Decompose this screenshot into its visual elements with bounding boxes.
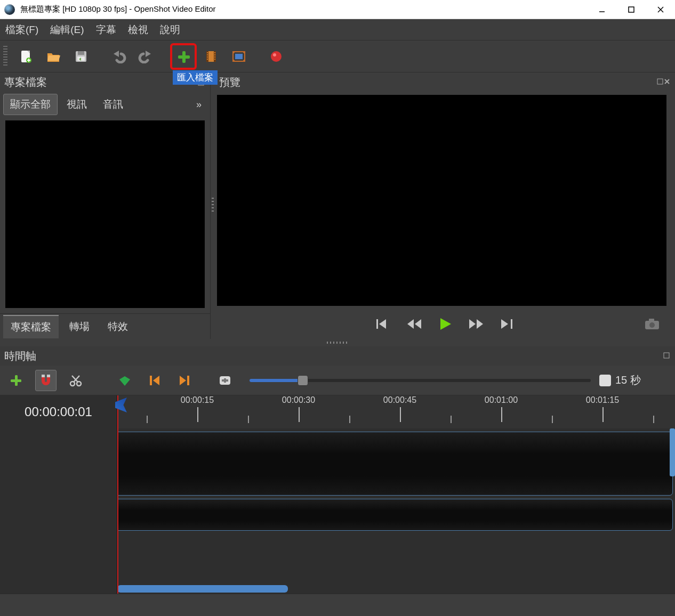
ruler-tick	[197, 407, 198, 422]
ruler-tick-label: 00:01:15	[586, 395, 619, 405]
tab-project-files[interactable]: 專案檔案	[3, 315, 59, 338]
new-file-icon	[18, 49, 33, 64]
tab-effects[interactable]: 特效	[100, 315, 135, 338]
next-marker-button[interactable]	[174, 370, 195, 391]
timeline-detach-icon[interactable]	[663, 352, 671, 360]
menu-view[interactable]: 檢視	[128, 23, 148, 37]
window-maximize-button[interactable]	[616, 0, 646, 19]
choose-profile-button[interactable]	[199, 45, 223, 68]
filter-all-button[interactable]: 顯示全部	[3, 94, 58, 115]
jump-end-button[interactable]	[500, 318, 515, 330]
svg-marker-41	[407, 319, 414, 329]
fullscreen-button[interactable]	[227, 45, 251, 68]
jump-start-button[interactable]	[375, 318, 390, 330]
add-track-button[interactable]	[5, 370, 27, 391]
menu-file[interactable]: 檔案(F)	[5, 23, 38, 37]
ruler-tick	[299, 407, 300, 422]
svg-rect-28	[214, 59, 215, 60]
ruler-tick-label: 00:00:30	[282, 395, 315, 405]
ruler-tick-label: 00:01:00	[485, 395, 518, 405]
play-button[interactable]	[438, 317, 452, 331]
ruler-tick	[602, 407, 604, 422]
ruler-tick-label: 00:00:45	[383, 395, 416, 405]
preview-canvas[interactable]	[217, 95, 666, 306]
ruler-minor-tick	[349, 416, 350, 423]
svg-rect-53	[11, 379, 21, 382]
svg-point-31	[271, 51, 282, 62]
marker-icon	[118, 374, 131, 387]
center-icon	[218, 374, 232, 387]
next-marker-icon	[179, 374, 190, 387]
menubar: 檔案(F) 編輯(E) 字幕 檢視 說明	[0, 19, 675, 40]
zoom-slider-thumb[interactable]	[298, 375, 308, 386]
timeline-title: 時間軸	[4, 349, 36, 363]
undo-button[interactable]	[107, 45, 130, 68]
ruler-tick	[501, 407, 502, 422]
horizontal-splitter[interactable]	[0, 339, 675, 346]
project-files-area[interactable]	[5, 120, 205, 308]
zoom-indicator-icon	[599, 375, 611, 386]
svg-marker-13	[114, 51, 119, 57]
snap-toggle-button[interactable]	[35, 370, 57, 391]
record-icon	[269, 50, 283, 63]
playhead[interactable]	[117, 395, 118, 594]
prev-marker-button[interactable]	[144, 370, 165, 391]
svg-rect-55	[47, 375, 50, 377]
svg-marker-62	[153, 376, 159, 385]
tab-transitions[interactable]: 轉場	[62, 315, 97, 338]
center-playhead-button[interactable]	[214, 370, 236, 391]
vertical-splitter[interactable]	[211, 72, 215, 339]
timeline-toolbar: 15 秒	[0, 366, 675, 395]
prev-marker-icon	[149, 374, 160, 387]
svg-rect-16	[178, 55, 190, 59]
filter-video-button[interactable]: 視訊	[60, 94, 94, 115]
status-bar	[0, 594, 675, 616]
import-files-button[interactable]: 匯入檔案	[172, 45, 195, 68]
project-filter-row: 顯示全部 視訊 音訊 »	[0, 92, 210, 117]
horizontal-scrollbar-thumb[interactable]	[117, 585, 288, 593]
menu-help[interactable]: 說明	[160, 23, 180, 37]
redo-icon	[138, 50, 154, 63]
preview-detach-icon[interactable]	[657, 78, 671, 86]
fast-forward-button[interactable]	[468, 318, 484, 330]
svg-point-32	[273, 53, 276, 56]
toolbar-grip[interactable]	[3, 46, 7, 67]
open-project-button[interactable]	[42, 45, 65, 68]
zoom-slider[interactable]	[250, 379, 591, 382]
vertical-scrollbar-thumb[interactable]	[670, 428, 675, 476]
ruler-tick	[400, 407, 401, 422]
timeline-body[interactable]: 00:00:00:01 00:00:1500:00:3000:00:4500:0…	[0, 395, 675, 594]
filter-audio-button[interactable]: 音訊	[96, 94, 130, 115]
menu-edit[interactable]: 編輯(E)	[50, 23, 84, 37]
timeline-ruler[interactable]: 00:00:1500:00:3000:00:4500:01:0000:01:15	[117, 395, 675, 428]
svg-rect-21	[207, 52, 208, 53]
add-marker-button[interactable]	[114, 370, 135, 391]
svg-rect-1	[629, 7, 634, 12]
razor-button[interactable]	[65, 370, 86, 391]
transport-controls	[215, 309, 675, 339]
project-files-title: 專案檔案	[4, 75, 47, 90]
snapshot-button[interactable]	[644, 318, 660, 330]
svg-point-50	[649, 322, 655, 328]
svg-rect-54	[42, 375, 45, 377]
filter-more-button[interactable]: »	[196, 99, 207, 110]
preview-title: 預覽	[219, 75, 240, 90]
window-close-button[interactable]	[646, 0, 675, 19]
svg-marker-45	[477, 319, 483, 329]
export-video-button[interactable]	[264, 45, 288, 68]
new-project-button[interactable]	[14, 45, 37, 68]
svg-rect-49	[649, 319, 654, 321]
svg-marker-14	[146, 51, 151, 57]
svg-rect-61	[150, 376, 152, 385]
zoom-label: 15 秒	[615, 373, 641, 387]
save-icon	[74, 49, 89, 64]
save-project-button[interactable]	[69, 45, 93, 68]
svg-rect-24	[207, 59, 208, 60]
rewind-button[interactable]	[406, 318, 422, 330]
svg-rect-26	[214, 54, 215, 55]
svg-rect-10	[78, 51, 84, 55]
timeline-current-time: 00:00:00:01	[0, 395, 117, 428]
redo-button[interactable]	[134, 45, 158, 68]
window-minimize-button[interactable]	[587, 0, 616, 19]
menu-subtitle[interactable]: 字幕	[96, 23, 116, 37]
